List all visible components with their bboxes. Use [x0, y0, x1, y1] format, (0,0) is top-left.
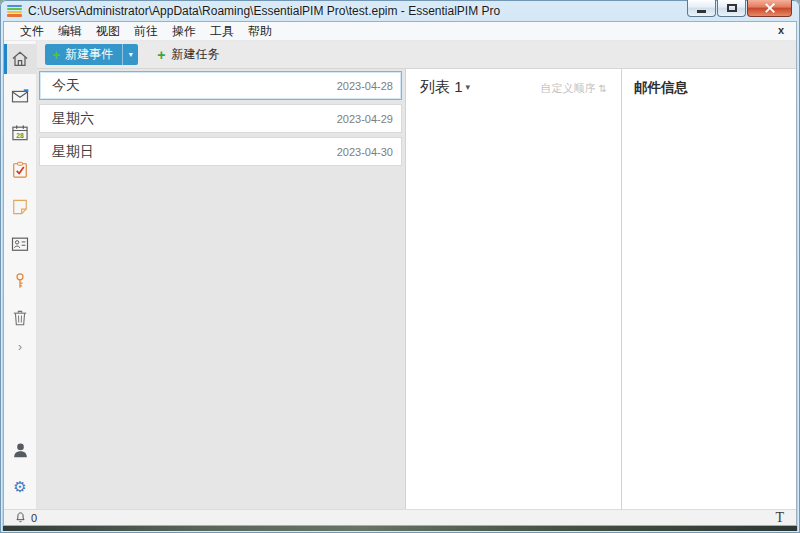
- list-item-title: 今天: [40, 77, 80, 95]
- new-task-label: 新建任务: [171, 46, 219, 63]
- chevron-down-icon: ▾: [129, 50, 133, 59]
- menu-go[interactable]: 前往: [127, 21, 165, 42]
- menu-file[interactable]: 文件: [13, 21, 51, 42]
- sidebar-item-notes[interactable]: [4, 192, 36, 222]
- chevron-down-icon: ▾: [466, 82, 471, 92]
- desktop-background-strip: [3, 526, 797, 531]
- task-list-header: 列表 1▾ 自定义顺序⇅: [406, 69, 621, 97]
- new-event-button-group: + 新建事件 ▾: [45, 44, 138, 65]
- account-button[interactable]: [4, 435, 36, 465]
- list-selector[interactable]: 列表 1▾: [420, 78, 470, 97]
- bell-icon: [14, 511, 27, 524]
- sort-arrows-icon: ⇅: [599, 83, 607, 94]
- maximize-icon: [727, 4, 737, 12]
- client-area: 文件 编辑 视图 前往 操作 工具 帮助 x + 新建事件 ▾ + 新建任务: [3, 21, 797, 526]
- key-icon: [10, 271, 30, 291]
- list-item-saturday[interactable]: 星期六 2023-04-29: [39, 104, 402, 133]
- list-item-today[interactable]: 今天 2023-04-28: [39, 71, 402, 100]
- essentialpim-logo-icon: [7, 5, 22, 17]
- plus-icon: +: [157, 47, 165, 63]
- plus-icon: +: [52, 47, 60, 63]
- new-task-button[interactable]: + 新建任务: [151, 44, 225, 65]
- task-list-panel: 列表 1▾ 自定义顺序⇅: [405, 69, 621, 509]
- tray-anchor-icon[interactable]: T: [775, 510, 784, 525]
- maximize-button[interactable]: [717, 0, 746, 17]
- contacts-icon: [10, 234, 30, 254]
- list-item-date: 2023-04-28: [337, 80, 401, 92]
- titlebar: C:\Users\Administrator\AppData\Roaming\E…: [3, 0, 797, 21]
- new-event-dropdown-button[interactable]: ▾: [122, 44, 138, 65]
- calendar-icon: 28: [10, 123, 30, 143]
- close-icon: [764, 3, 776, 13]
- calendar-day-label: 28: [16, 132, 24, 139]
- menubar: 文件 编辑 视图 前往 操作 工具 帮助 x: [4, 22, 796, 41]
- close-button[interactable]: [747, 0, 792, 17]
- list-item-title: 星期日: [40, 143, 94, 161]
- home-icon: [10, 49, 30, 69]
- menu-edit[interactable]: 编辑: [51, 21, 89, 42]
- sort-order-button[interactable]: 自定义顺序⇅: [541, 81, 607, 96]
- app-window: C:\Users\Administrator\AppData\Roaming\E…: [0, 0, 800, 533]
- mail-info-panel: 邮件信息: [621, 69, 796, 509]
- list-item-title: 星期六: [40, 110, 94, 128]
- notification-count: 0: [31, 512, 37, 524]
- menu-actions[interactable]: 操作: [165, 21, 203, 42]
- sidebar-item-mail[interactable]: [4, 81, 36, 111]
- sort-order-label: 自定义顺序: [541, 82, 596, 94]
- list-selector-label: 列表 1: [420, 78, 463, 95]
- window-controls: [686, 0, 792, 17]
- trash-icon: [10, 308, 30, 328]
- sidebar-expand-button[interactable]: ›: [4, 337, 36, 357]
- statusbar: 0 T: [4, 509, 796, 525]
- sidebar-item-today[interactable]: [4, 44, 36, 74]
- event-list-panel: 今天 2023-04-28 星期六 2023-04-29 星期日 2023-04…: [37, 69, 405, 509]
- new-event-label: 新建事件: [65, 46, 113, 63]
- sidebar-item-contacts[interactable]: [4, 229, 36, 259]
- minimize-button[interactable]: [687, 0, 716, 17]
- new-event-button[interactable]: + 新建事件: [45, 44, 122, 65]
- settings-button[interactable]: ⚙: [4, 475, 36, 497]
- list-item-sunday[interactable]: 星期日 2023-04-30: [39, 137, 402, 166]
- window-title: C:\Users\Administrator\AppData\Roaming\E…: [28, 4, 500, 18]
- sidebar: 28: [4, 41, 37, 509]
- minimize-icon: [697, 10, 706, 13]
- sidebar-item-trash[interactable]: [4, 303, 36, 333]
- tasks-icon: [10, 160, 30, 180]
- panel-close-button[interactable]: x: [775, 24, 787, 36]
- menu-help[interactable]: 帮助: [241, 21, 279, 42]
- gear-icon: ⚙: [13, 479, 26, 494]
- mail-icon: [10, 86, 30, 106]
- chevron-right-icon: ›: [18, 340, 22, 354]
- user-icon: [11, 441, 30, 460]
- list-item-date: 2023-04-30: [337, 146, 401, 158]
- toolbar: + 新建事件 ▾ + 新建任务: [37, 41, 796, 69]
- notifications-button[interactable]: 0: [14, 511, 37, 524]
- sidebar-item-tasks[interactable]: [4, 155, 36, 185]
- sidebar-item-calendar[interactable]: 28: [4, 118, 36, 148]
- menu-tools[interactable]: 工具: [203, 21, 241, 42]
- menu-view[interactable]: 视图: [89, 21, 127, 42]
- note-icon: [10, 197, 30, 217]
- list-item-date: 2023-04-29: [337, 113, 401, 125]
- sidebar-item-passwords[interactable]: [4, 266, 36, 296]
- mail-info-title: 邮件信息: [622, 69, 796, 97]
